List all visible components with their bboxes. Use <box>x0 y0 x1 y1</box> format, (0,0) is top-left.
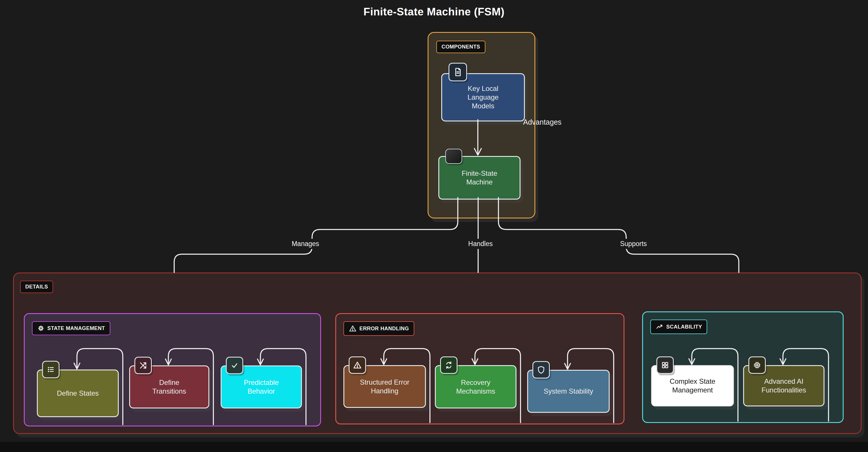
details-group-label: DETAILS <box>20 281 53 293</box>
list-icon <box>42 361 60 378</box>
diagram-title: Finite-State Machine (FSM) <box>0 6 868 18</box>
edge-manages-path <box>174 198 458 272</box>
gear-icon <box>37 325 45 332</box>
shield-icon <box>532 361 550 379</box>
node-label: System Stability <box>544 387 593 396</box>
edge-label-handles: Handles <box>465 239 496 249</box>
components-group-label: COMPONENTS <box>436 41 485 53</box>
chip-icon <box>748 356 766 374</box>
components-label-text: COMPONENTS <box>441 44 480 50</box>
node-label: Define States <box>57 389 99 398</box>
state-management-group-label: STATE MANAGEMENT <box>32 321 110 335</box>
grid-icon <box>656 356 674 374</box>
transition-arrows-icon <box>134 357 152 374</box>
node-label: Define Transitions <box>150 378 189 396</box>
node-label: Recovery Mechanisms <box>450 378 501 396</box>
scalability-group-label: SCALABILITY <box>650 320 707 334</box>
trend-up-icon <box>655 323 663 331</box>
bottom-strip <box>0 442 868 452</box>
node-label: Key Local Language Models <box>460 84 506 110</box>
scalability-label-text: SCALABILITY <box>666 324 702 330</box>
warning-icon <box>349 356 366 374</box>
edge-label-manages: Manages <box>289 239 322 249</box>
checkmark-icon <box>226 357 243 374</box>
edge-label-advantages: Advantages <box>523 118 561 126</box>
node-label: Finite-State Machine <box>454 169 506 186</box>
error-handling-group-label: ERROR HANDLING <box>343 321 414 336</box>
node-label: Structured Error Handling <box>355 378 414 395</box>
node-label: Predictable Behavior <box>238 378 284 396</box>
details-label-text: DETAILS <box>25 284 48 290</box>
state-square-icon <box>445 149 462 164</box>
node-label: Complex State Management <box>661 377 724 394</box>
document-icon <box>448 63 467 81</box>
sync-icon <box>440 356 458 374</box>
edge-label-supports: Supports <box>617 239 650 249</box>
warning-icon <box>349 325 357 333</box>
error-handling-label-text: ERROR HANDLING <box>360 326 409 332</box>
state-management-label-text: STATE MANAGEMENT <box>47 325 105 331</box>
node-label: Advanced AI Functionalities <box>753 377 814 394</box>
fsm-diagram: Finite-State Machine (FSM) COMPONENTS DE… <box>0 0 868 452</box>
